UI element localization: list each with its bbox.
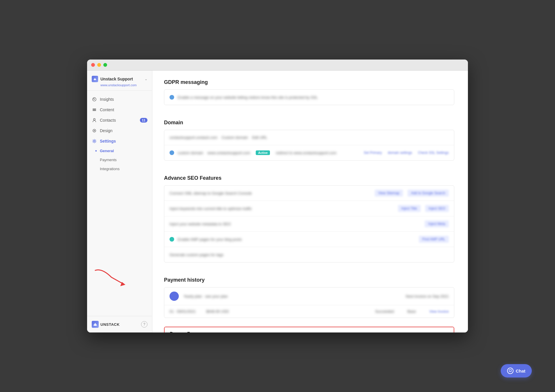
sub-nav: General Payments Integrations [87,146,152,173]
sidebar-item-insights-label: Insights [100,97,114,102]
domain-card: unstacksupport.unstack.com Custom domain… [164,130,454,161]
footer-logo-text: UNSTACK [100,322,120,327]
svg-point-8 [94,130,95,131]
seo-section: Advance SEO Features Connect XML sitemap… [164,169,454,262]
seo-row-3: Inject your website metadata to SEO Inje… [164,216,454,232]
payment-title: Payment history [164,271,454,283]
main-content[interactable]: GDPR messaging Enable a message on your … [152,71,468,332]
payment-row2-plan: Base [407,309,416,314]
inject-seo-btn[interactable]: Inject SEO [425,205,449,212]
gdpr-dot [170,95,174,100]
payment-row1-text: Yearly plan · see your plan [183,294,401,299]
payment-row1-info: Next invoice on Sep 2021 [406,294,449,299]
seo-row3-text: Inject your website metadata to SEO [170,222,421,226]
sub-nav-payments[interactable]: Payments [87,155,152,164]
check-ssl-settings-link[interactable]: Check SSL Settings [418,151,449,155]
sidebar-item-content-label: Content [100,107,114,112]
seo-row1-text: Connect XML sitemap to Google Search Con… [170,191,371,195]
maximize-button[interactable] [103,63,107,67]
payment-avatar [170,292,179,301]
payment-row-2: 01 · 09/01/2021 $648.00 USD Succeeded Ba… [164,305,454,318]
seo-card: Connect XML sitemap to Google Search Con… [164,185,454,262]
layers-icon [92,107,97,112]
svg-rect-10 [94,325,96,326]
domain-row1-text: unstacksupport.unstack.com Custom domain… [170,135,449,140]
svg-point-6 [93,118,95,120]
sidebar: Unstack Support ⌄ www.unstacksupport.com… [87,71,152,332]
titlebar [87,60,468,71]
gdpr-card: Enable a message on your website letting… [164,89,454,105]
seo-dot [170,237,174,242]
domain-row-2: custom domain www.unstacksupport.com Act… [164,145,454,160]
seo-row-1: Connect XML sitemap to Google Search Con… [164,186,454,201]
seo-row2-actions: Inject Title Inject SEO [398,205,449,212]
traffic-lights [91,63,107,67]
seo-row3-actions: Inject Meta [425,220,449,227]
seo-row-4: Enable AMP pages for your blog posts Fin… [164,232,454,247]
sub-nav-general[interactable]: General [87,146,152,155]
chat-bubble-icon [507,368,513,374]
sidebar-brand[interactable]: Unstack Support ⌄ [92,76,147,82]
person-icon [92,118,97,123]
svg-rect-4 [93,109,96,110]
domain-row2-text: custom domain www.unstacksupport.com [178,151,252,155]
chart-icon [92,97,97,102]
brand-url[interactable]: www.unstacksupport.com [92,83,147,87]
sidebar-item-insights[interactable]: Insights [87,94,152,105]
svg-point-2 [94,99,95,100]
payment-invoice-link[interactable]: View Invoice [429,310,449,314]
unstack-logo-icon [92,321,99,328]
find-amp-url-btn[interactable]: Find AMP URL [419,236,449,243]
svg-rect-0 [94,79,96,80]
sub-nav-general-label: General [100,149,114,153]
seo-title: Advance SEO Features [164,169,454,181]
view-sitemap-btn[interactable]: View Sitemap [375,190,403,197]
domain-dot [170,150,174,155]
payment-section: Payment history Yearly plan · see your p… [164,271,454,318]
chat-button[interactable]: Chat [501,364,532,377]
sub-nav-integrations-label: Integrations [100,167,120,171]
content-inner: GDPR messaging Enable a message on your … [152,71,466,332]
payment-row2-text: 01 · 09/01/2021 [170,309,196,314]
payment-row2-status: Succeeded [375,309,394,314]
close-button[interactable] [91,63,95,67]
svg-rect-3 [93,109,96,109]
sidebar-item-content[interactable]: Content [87,105,152,115]
domain-row-1: unstacksupport.unstack.com Custom domain… [164,130,454,145]
domain-title: Domain [164,114,454,126]
domain-row2-text2: redirect to www.unstacksupport.com [276,151,336,155]
sub-nav-payments-label: Payments [100,158,117,162]
inject-meta-btn[interactable]: Inject Meta [425,220,449,227]
sidebar-item-contacts-label: Contacts [100,118,116,123]
active-badge: Active [256,150,270,155]
add-google-search-btn[interactable]: Add to Google Search [408,190,449,197]
sidebar-item-design[interactable]: Design [87,125,152,136]
sidebar-item-design-label: Design [100,128,113,133]
domain-settings-link[interactable]: domain settings [388,151,412,155]
inject-title-btn[interactable]: Inject Title [398,205,421,212]
paint-icon [92,128,97,133]
svg-rect-5 [93,110,96,111]
seo-row4-text: Enable AMP pages for your blog posts [178,237,415,242]
sidebar-item-settings-label: Settings [100,139,116,143]
seo-row4-actions: Find AMP URL [419,236,449,243]
danger-zone-title: Danger Zone [165,327,454,332]
sidebar-item-contacts[interactable]: Contacts 11 [87,115,152,125]
sub-nav-integrations[interactable]: Integrations [87,164,152,173]
domain-section: Domain unstacksupport.unstack.com Custom… [164,114,454,161]
gear-icon [92,139,97,144]
minimize-button[interactable] [97,63,101,67]
seo-row5-text: Generate custom pages for tags [170,253,449,257]
seo-row-5: Generate custom pages for tags [164,247,454,262]
set-primary-link[interactable]: Set Primary [364,151,382,155]
svg-point-9 [94,141,95,142]
brand-icon [92,76,98,82]
payment-row-1: Yearly plan · see your plan Next invoice… [164,287,454,305]
sidebar-item-settings[interactable]: Settings [87,136,152,146]
help-button[interactable]: ? [141,321,147,328]
footer-logo: UNSTACK [92,321,120,328]
seo-row2-text: Inject keywords into current title to op… [170,206,394,211]
chat-label: Chat [516,368,525,373]
payment-card: Yearly plan · see your plan Next invoice… [164,287,454,318]
gdpr-row: Enable a message on your website letting… [164,90,454,105]
